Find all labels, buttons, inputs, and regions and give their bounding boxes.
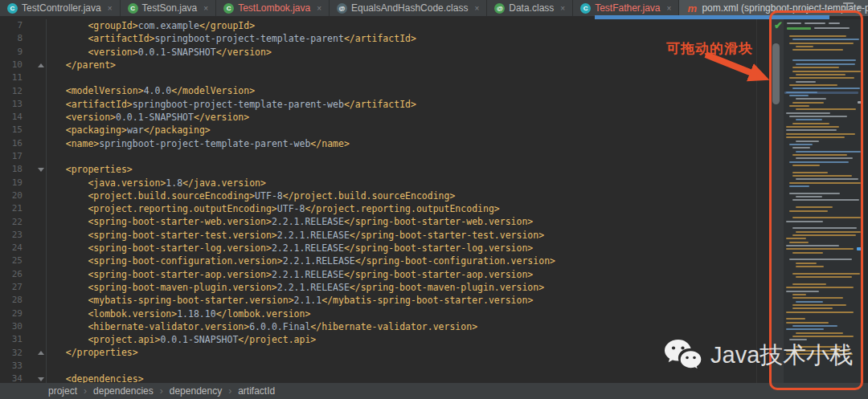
tab-label: EqualsAndHashCode.class (351, 2, 468, 14)
line-number: 18 (2, 163, 23, 176)
breadcrumb-item-artifactid[interactable]: artifactId (238, 385, 275, 397)
code-line: <spring-boot-starter-aop.version>2.2.1.R… (43, 268, 783, 281)
watermark: Java技术小栈 (664, 339, 853, 373)
minimap-code-line (792, 273, 860, 275)
tab-label: TestSon.java (142, 2, 198, 14)
tab-list-menu-icon[interactable] (843, 2, 854, 11)
minimap-code-line (784, 92, 858, 94)
minimap-code-line (796, 301, 823, 303)
line-number: 29 (2, 307, 23, 320)
minimap-panel[interactable]: ✔ (771, 19, 864, 383)
minimap-code-line (792, 294, 806, 295)
line-number: 17 (2, 150, 23, 163)
minimap-code-line (796, 140, 819, 142)
close-icon[interactable]: × (560, 4, 565, 13)
minimap-code-line (796, 266, 824, 267)
minimap-code-line (786, 248, 854, 250)
minimap-code-line (796, 98, 826, 100)
minimap-code-line (789, 43, 854, 44)
minimap-code-line (792, 336, 854, 337)
class-icon: C (580, 3, 591, 14)
line-number: 23 (2, 229, 23, 242)
tab-equalsandhashcode-class[interactable]: @EqualsAndHashCode.class× (330, 0, 487, 16)
minimap-code-line (786, 221, 823, 222)
code-line: <spring-boot-starter-log.version>2.2.1.R… (43, 242, 783, 254)
line-number: 31 (2, 333, 23, 346)
minimap-code-line (792, 39, 859, 40)
code-line: <spring-boot-starter-test.version>2.2.1.… (43, 229, 783, 242)
line-number: 30 (2, 320, 23, 333)
breadcrumb-item-project[interactable]: project (48, 385, 77, 397)
minimap-code-line (792, 49, 843, 51)
minimap-code-line (792, 172, 828, 173)
code-line: <artifactId>springboot-project-template-… (43, 32, 783, 45)
breadcrumb-item-dependency[interactable]: dependency (170, 385, 222, 397)
code-line: <modelVersion>4.0.0</modelVersion> (43, 84, 783, 97)
breadcrumb-item-dependencies[interactable]: dependencies (93, 385, 154, 397)
breadcrumb-separator-icon: › (160, 385, 163, 397)
minimap-code-line (786, 291, 819, 292)
minimap-code-line (796, 151, 861, 153)
code-area[interactable]: <groupId>com.example</groupId> <artifact… (43, 19, 783, 383)
tab-testlombok-java[interactable]: CTestLombok.java× (216, 0, 330, 16)
minimap-code-line (792, 123, 829, 124)
minimap-code-line (792, 199, 859, 201)
active-tab-underline (595, 15, 829, 19)
minimap-code-line (789, 193, 840, 194)
minimap-code-line (796, 74, 845, 75)
breadcrumb-separator-icon: › (228, 385, 231, 397)
code-line: <packaging>war</packaging> (43, 124, 783, 136)
line-number: 7 (2, 19, 23, 32)
breadcrumb-separator-icon: › (84, 385, 87, 397)
line-number: 9 (2, 46, 23, 59)
tab-testson-java[interactable]: CTestSon.java× (121, 0, 217, 16)
minimap-code-line (786, 328, 824, 330)
minimap-code-line (805, 22, 825, 24)
line-number: 21 (2, 202, 23, 215)
right-margin-guide (756, 19, 757, 383)
annotation-icon: @ (337, 3, 347, 14)
close-icon[interactable]: × (317, 4, 321, 13)
minimap-code-line (792, 102, 824, 104)
minimap-code-line (796, 63, 855, 65)
minimap-scrollbar-thumb[interactable] (772, 43, 780, 104)
close-icon[interactable]: × (667, 4, 672, 13)
tab-testcontroller-java[interactable]: CTestController.java× (0, 0, 121, 16)
close-icon[interactable]: × (108, 4, 113, 13)
minimap-code-line (786, 238, 806, 239)
minimap-code-line (792, 252, 823, 254)
minimap-code-line (792, 297, 843, 299)
minimap-code-line (786, 318, 805, 320)
minimap-code-line (796, 119, 822, 120)
minimap-code-line (789, 210, 828, 212)
tab-options-dot-icon[interactable] (858, 6, 862, 9)
code-line: <spring-boot-maven-plugin.version>2.2.1.… (43, 281, 783, 294)
line-number: 22 (2, 216, 23, 229)
minimap-code-line (792, 88, 860, 89)
minimap-code-line (792, 325, 837, 327)
breadcrumb: project›dependencies›dependency›artifact… (0, 383, 868, 399)
code-editor[interactable]: 7891011121314151617181920212223242526272… (0, 19, 868, 383)
line-number: 20 (2, 189, 23, 202)
tab-pom-xml[interactable]: mpom.xml (springboot-project-template-pa… (679, 0, 868, 16)
close-icon[interactable]: × (203, 4, 208, 13)
minimap-code-line (792, 154, 847, 156)
line-number: 24 (2, 242, 23, 254)
editor-tab-bar: CTestController.java×CTestSon.java×CTest… (0, 0, 868, 16)
line-number: 15 (2, 124, 23, 136)
code-line: <properties> (43, 163, 783, 176)
tab-data-class[interactable]: @Data.class× (487, 0, 573, 16)
minimap-code-line (786, 129, 837, 131)
minimap-code-line (796, 196, 822, 197)
minimap-code-line (786, 287, 854, 288)
code-line: <project.build.sourceEncoding>UTF-8</pro… (43, 189, 783, 202)
close-icon[interactable]: × (474, 4, 479, 13)
watermark-text: Java技术小栈 (710, 340, 853, 372)
tab-testfather-java[interactable]: CTestFather.java× (573, 0, 679, 16)
minimap-code-line (789, 259, 852, 260)
minimap-code-line (786, 133, 855, 135)
minimap-code-line (789, 35, 846, 37)
tab-label: TestController.java (22, 2, 101, 14)
minimap-code-line (787, 22, 801, 24)
line-number: 16 (2, 137, 23, 150)
